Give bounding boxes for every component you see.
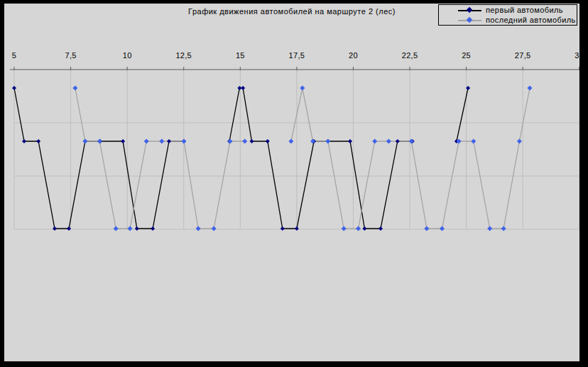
data-point-last-car [212,226,217,231]
data-point-last-car [300,86,305,91]
data-point-last-car [424,226,429,231]
data-point-last-car [528,86,533,91]
data-point-last-car [72,86,77,91]
chart-frame: График движения автомобилей на маршруте … [0,0,588,367]
data-point-first-car [53,226,57,231]
data-point-first-car [135,226,139,231]
data-point-first-car [22,139,26,143]
data-point-last-car [196,226,201,231]
data-point-last-car [97,139,102,144]
data-point-last-car [356,226,361,231]
data-point-first-car [241,86,245,90]
data-point-last-car [440,226,445,231]
data-point-first-car [151,226,155,231]
data-point-last-car [342,226,347,231]
data-point-last-car [517,139,522,144]
data-point-last-car [182,139,187,144]
plot-svg [4,4,579,361]
series-line-last-car [75,88,245,229]
data-point-last-car [82,139,87,144]
data-point-last-car [310,139,315,144]
data-point-first-car [250,139,254,143]
data-point-first-car [362,226,366,231]
data-point-last-car [228,139,233,144]
data-point-first-car [295,226,299,231]
series-line-first-car [229,88,413,229]
data-point-first-car [121,139,125,143]
data-point-last-car [242,139,247,144]
data-point-last-car [159,139,164,144]
data-point-last-car [114,226,119,231]
data-point-last-car [128,226,133,231]
data-point-first-car [348,139,352,143]
data-point-last-car [501,226,506,231]
data-point-first-car [266,139,270,143]
data-point-first-car [281,226,285,231]
series-line-first-car [14,88,184,229]
data-point-first-car [396,139,400,143]
data-point-last-car [144,139,149,144]
data-point-first-car [12,86,16,90]
data-point-last-car [386,139,391,144]
chart-area: График движения автомобилей на маршруте … [4,4,579,361]
data-point-last-car [325,139,330,144]
data-point-last-car [487,226,492,231]
data-point-last-car [372,139,377,144]
data-point-first-car [379,226,383,231]
data-point-last-car [471,139,476,144]
data-point-first-car [167,139,171,143]
series-line-last-car [291,88,530,229]
data-point-last-car [288,139,293,144]
data-point-first-car [36,139,40,143]
